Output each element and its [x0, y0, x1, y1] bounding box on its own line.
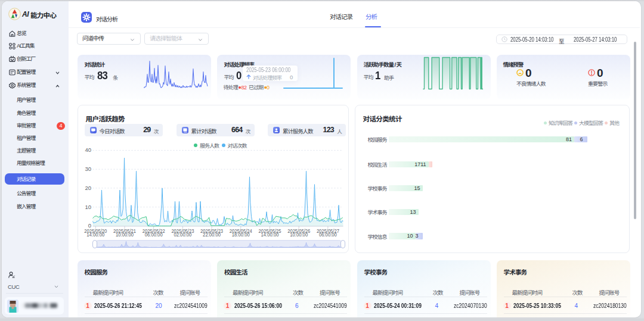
svg-text:20: 20	[85, 185, 91, 191]
svg-text:10: 10	[85, 204, 91, 210]
svg-text:06:00:00: 06:00:00	[144, 232, 162, 238]
svg-text:18:00:00: 18:00:00	[231, 232, 249, 238]
svg-text:10:00:00: 10:00:00	[116, 232, 134, 238]
svg-text:14:00:00: 14:00:00	[86, 232, 104, 238]
svg-text:40: 40	[85, 147, 91, 153]
svg-text:10:00:00: 10:00:00	[290, 232, 308, 238]
svg-text:30: 30	[85, 166, 91, 172]
svg-text:14:00:00: 14:00:00	[261, 232, 278, 238]
svg-text:02:00:00: 02:00:00	[174, 232, 191, 238]
svg-text:22:00:00: 22:00:00	[203, 232, 221, 238]
svg-text:06:00:00: 06:00:00	[318, 232, 336, 238]
